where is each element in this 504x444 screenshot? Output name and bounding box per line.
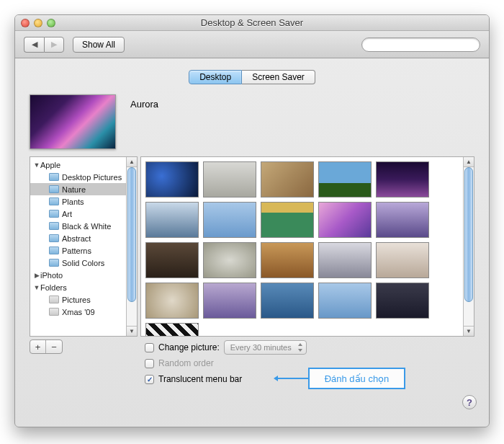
thumbnail[interactable] [145, 283, 199, 319]
grid-scrollbar[interactable]: ▲ ▼ [463, 157, 474, 336]
sidebar-item-solid[interactable]: Solid Colors [30, 257, 137, 269]
disclosure-icon: ▼ [33, 284, 40, 291]
source-list[interactable]: ▼Apple Desktop Pictures Nature Plants Ar… [30, 157, 137, 336]
forward-button[interactable]: ▶ [44, 37, 64, 53]
scroll-up-icon[interactable]: ▲ [127, 157, 137, 167]
scroll-track[interactable] [127, 167, 137, 326]
sidebar-item-patterns[interactable]: Patterns [30, 244, 137, 257]
folder-icon [49, 308, 59, 316]
content: Desktop Screen Saver Aurora ▼Apple Deskt… [15, 58, 489, 401]
scroll-down-icon[interactable]: ▼ [127, 326, 137, 336]
disclosure-icon: ▼ [33, 161, 40, 169]
sidebar-item-desktop-pictures[interactable]: Desktop Pictures [30, 171, 137, 183]
change-picture-checkbox[interactable] [145, 343, 154, 352]
thumbnail[interactable] [261, 283, 314, 319]
thumbnail[interactable] [318, 161, 372, 197]
scroll-up-icon[interactable]: ▲ [464, 157, 474, 167]
thumbnail[interactable] [203, 242, 256, 278]
folder-icon [49, 259, 59, 267]
help-button[interactable]: ? [462, 395, 477, 409]
sidebar-scrollbar[interactable]: ▲ ▼ [126, 157, 137, 336]
thumbnail[interactable] [261, 202, 314, 238]
add-remove-segment: + − [30, 339, 63, 354]
change-picture-row: Change picture: Every 30 minutes [145, 339, 474, 355]
source-sidebar: ▼Apple Desktop Pictures Nature Plants Ar… [30, 156, 138, 337]
scroll-track[interactable] [464, 167, 474, 326]
folder-icon [49, 173, 59, 181]
annotation-callout: Đánh dấu chọn [308, 368, 405, 389]
thumbnail[interactable] [376, 283, 429, 319]
sidebar-group-folders[interactable]: ▼Folders [30, 281, 137, 293]
sidebar-group-iphoto[interactable]: ▶iPhoto [30, 269, 137, 281]
change-picture-label: Change picture: [158, 342, 220, 352]
thumbnail[interactable] [376, 242, 429, 278]
thumbnail[interactable] [203, 283, 256, 319]
sidebar-item-bw[interactable]: Black & White [30, 220, 137, 232]
minimize-icon[interactable] [34, 19, 42, 27]
sidebar-group-apple[interactable]: ▼Apple [30, 159, 137, 171]
sidebar-item-abstract[interactable]: Abstract [30, 232, 137, 244]
nav-segment: ◀ ▶ [24, 37, 64, 53]
show-all-button[interactable]: Show All [73, 37, 125, 53]
thumbnail[interactable] [261, 161, 314, 197]
annotation-arrow [278, 378, 308, 379]
window-controls [15, 19, 55, 27]
window-title: Desktop & Screen Saver [15, 17, 489, 28]
titlebar: Desktop & Screen Saver [15, 15, 489, 31]
toolbar: ◀ ▶ Show All [15, 31, 489, 58]
preferences-window: Desktop & Screen Saver ◀ ▶ Show All Desk… [14, 14, 490, 427]
folder-icon [49, 197, 59, 205]
sidebar-item-pictures[interactable]: Pictures [30, 293, 137, 306]
sidebar-item-art[interactable]: Art [30, 208, 137, 220]
folder-icon [49, 296, 59, 303]
preview-row: Aurora [30, 94, 474, 149]
translucent-checkbox[interactable] [145, 375, 154, 384]
remove-button[interactable]: − [46, 340, 62, 353]
tab-bar: Desktop Screen Saver [30, 70, 474, 84]
thumbnail-grid: ▲ ▼ [140, 156, 474, 337]
thumbnail[interactable] [203, 202, 256, 238]
scroll-down-icon[interactable]: ▼ [464, 326, 474, 336]
close-icon[interactable] [21, 19, 30, 27]
folder-icon [49, 247, 59, 254]
thumbnail[interactable] [318, 283, 372, 319]
thumbnail[interactable] [376, 202, 429, 238]
thumbnail[interactable] [145, 323, 199, 337]
thumbnail[interactable] [318, 202, 372, 238]
thumbnail[interactable] [261, 242, 314, 278]
thumbnail[interactable] [145, 161, 199, 197]
sidebar-item-nature[interactable]: Nature [30, 183, 137, 195]
folder-icon [49, 222, 59, 230]
random-order-label: Random order [158, 358, 214, 368]
tab-screensaver[interactable]: Screen Saver [242, 70, 315, 84]
main-row: ▼Apple Desktop Pictures Nature Plants Ar… [30, 156, 474, 337]
wallpaper-name: Aurora [130, 94, 158, 110]
thumbnail[interactable] [376, 161, 429, 197]
thumbnail[interactable] [203, 161, 256, 197]
thumbnails [145, 161, 469, 337]
wallpaper-preview [30, 94, 116, 149]
sidebar-item-xmas[interactable]: Xmas '09 [30, 306, 137, 318]
zoom-icon[interactable] [47, 19, 55, 27]
folder-icon [49, 210, 59, 218]
disclosure-icon: ▶ [33, 272, 40, 279]
folder-icon [49, 185, 59, 193]
back-button[interactable]: ◀ [24, 37, 44, 53]
add-button[interactable]: + [30, 340, 46, 353]
translucent-label: Translucent menu bar [158, 374, 242, 384]
folder-icon [49, 234, 59, 242]
scroll-thumb[interactable] [464, 167, 473, 302]
thumbnail[interactable] [145, 242, 199, 278]
sidebar-item-plants[interactable]: Plants [30, 195, 137, 208]
search-wrap [361, 37, 480, 52]
thumbnail[interactable] [145, 202, 199, 238]
scroll-thumb[interactable] [127, 167, 136, 302]
thumbnail[interactable] [318, 242, 372, 278]
interval-dropdown[interactable]: Every 30 minutes [224, 340, 307, 355]
tab-desktop[interactable]: Desktop [189, 70, 242, 84]
search-input[interactable] [361, 37, 480, 52]
random-order-checkbox [145, 359, 154, 368]
